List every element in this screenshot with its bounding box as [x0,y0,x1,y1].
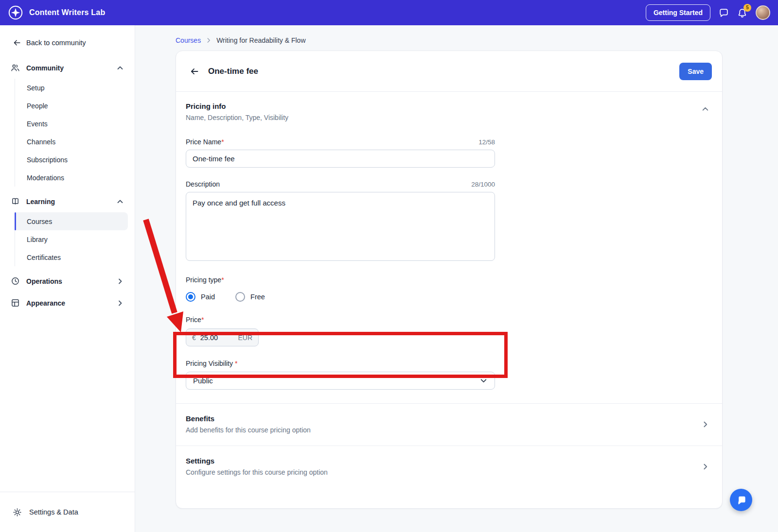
price-name-counter: 12/58 [478,138,495,146]
pricing-visibility-select[interactable]: Public [186,372,495,390]
brand-name: Content Writers Lab [29,8,105,17]
price-label: Price* [186,316,204,324]
pricing-visibility-field: Pricing Visibility * Public [186,359,495,390]
page-title: One-time fee [208,67,258,76]
required-asterisk: * [221,138,224,146]
settings-title: Settings [186,457,328,465]
card-bottom-spacer [176,488,722,508]
sidebar-item-certificates[interactable]: Certificates [15,248,128,266]
price-amount-input[interactable] [200,334,226,342]
learning-icon [11,197,20,206]
pricing-visibility-value: Public [193,377,213,385]
operations-icon [11,276,20,286]
description-label: Description [186,180,220,188]
settings-subtitle: Configure settings for this course prici… [186,468,328,476]
chevron-right-icon [116,277,124,285]
pricing-info-subtitle: Name, Description, Type, Visibility [186,114,288,121]
description-textarea[interactable]: Pay once and get full access [186,192,495,261]
user-avatar[interactable] [756,5,770,20]
chevron-right-icon [701,420,709,429]
pricing-type-field: Pricing type* Paid Free [186,275,495,302]
notification-badge: 5 [743,4,751,12]
arrow-left-icon [190,67,199,76]
getting-started-button[interactable]: Getting Started [646,4,710,21]
settings-and-data-link[interactable]: Settings & Data [0,492,135,532]
gear-icon [13,508,22,517]
top-bar: Content Writers Lab Getting Started 5 [0,0,778,25]
price-name-label: Price Name* [186,138,224,146]
back-to-community-link[interactable]: Back to community [0,25,135,53]
sidebar-nav: Community Setup People Events Channels S… [0,53,135,314]
pricing-type-paid-radio[interactable]: Paid [186,292,215,302]
benefits-subtitle: Add benefits for this course pricing opt… [186,426,311,434]
chevron-up-icon[interactable] [701,105,709,113]
chevron-right-icon [116,299,124,307]
pricing-type-free-radio[interactable]: Free [235,292,265,302]
sidebar-item-people[interactable]: People [15,97,128,115]
sidebar: Back to community Community Setup People… [0,25,135,532]
benefits-title: Benefits [186,414,311,423]
brand-logo-icon [8,5,23,20]
currency-code: EUR [238,334,252,342]
chevron-right-icon [205,37,212,44]
sidebar-item-channels[interactable]: Channels [15,133,128,151]
pricing-card: One-time fee Save Pricing info Name, Des… [176,51,723,509]
sidebar-item-library[interactable]: Library [15,230,128,248]
price-input-group[interactable]: € EUR [186,328,259,346]
radio-selected-icon [186,292,195,302]
description-field: Description 28/1000 Pay once and get ful… [186,180,495,261]
breadcrumb: Courses Writing for Readability & Flow [176,36,778,44]
chevron-right-icon [701,463,709,471]
main-content: Courses Writing for Readability & Flow O… [135,25,778,532]
sidebar-section-learning[interactable]: Learning [0,190,129,212]
back-button[interactable] [188,65,201,78]
sidebar-section-appearance[interactable]: Appearance [0,292,129,314]
sidebar-item-subscriptions[interactable]: Subscriptions [15,151,128,169]
pricing-visibility-label: Pricing Visibility * [186,360,237,367]
required-asterisk: * [201,316,204,324]
sidebar-item-events[interactable]: Events [15,115,128,133]
sidebar-section-operations[interactable]: Operations [0,270,129,292]
notifications-button[interactable]: 5 [737,8,747,18]
chat-launcher-button[interactable] [730,489,752,511]
appearance-icon [11,298,20,308]
chevron-up-icon [116,198,124,206]
community-icon [11,63,20,72]
breadcrumb-current: Writing for Readability & Flow [216,36,305,44]
chat-icon [719,8,729,18]
description-counter: 28/1000 [471,181,495,188]
sidebar-item-moderations[interactable]: Moderations [15,169,128,187]
pricing-info-section-header[interactable]: Pricing info Name, Description, Type, Vi… [176,92,722,121]
currency-symbol: € [192,334,196,342]
required-asterisk: * [221,276,224,284]
price-name-field: Price Name* 12/58 [186,138,495,168]
pricing-type-label: Pricing type* [186,276,224,284]
sidebar-item-courses[interactable]: Courses [15,212,128,230]
sidebar-section-community[interactable]: Community [0,57,129,79]
price-name-input[interactable] [186,150,495,168]
settings-row[interactable]: Settings Configure settings for this cou… [176,446,722,488]
chevron-up-icon [116,64,124,72]
chevron-down-icon [479,377,488,385]
messages-button[interactable] [719,8,729,18]
required-asterisk: * [235,360,237,367]
card-header: One-time fee Save [176,51,722,92]
arrow-left-icon [13,38,21,47]
radio-unselected-icon [235,292,245,302]
sidebar-item-setup[interactable]: Setup [15,79,128,97]
benefits-row[interactable]: Benefits Add benefits for this course pr… [176,404,722,446]
breadcrumb-courses-link[interactable]: Courses [176,36,201,44]
chat-bubble-icon [736,495,747,506]
price-field: Price* € EUR [186,315,495,346]
pricing-info-title: Pricing info [186,102,288,110]
save-button[interactable]: Save [679,63,712,80]
